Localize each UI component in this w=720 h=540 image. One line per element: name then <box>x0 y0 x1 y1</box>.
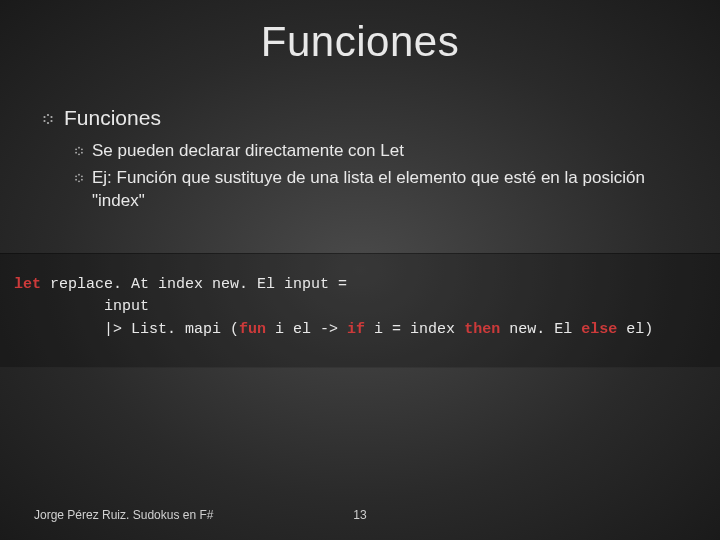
svg-point-15 <box>78 180 80 182</box>
code-text: el) <box>617 321 653 338</box>
code-keyword: fun <box>239 321 266 338</box>
content-area: Funciones Se pueden declarar directament… <box>34 106 686 213</box>
slide: Funciones Funciones Se pueden declarar d… <box>0 0 720 540</box>
svg-point-0 <box>47 114 49 116</box>
svg-point-3 <box>47 122 49 124</box>
slide-title: Funciones <box>34 18 686 66</box>
code-keyword: let <box>14 276 41 293</box>
svg-point-2 <box>50 120 52 122</box>
svg-point-17 <box>75 175 77 177</box>
bullet-level2: Se pueden declarar directamente con Let <box>74 140 686 163</box>
bullet-level2-group: Se pueden declarar directamente con Let … <box>42 140 686 213</box>
code-block: let replace. At index new. El input = in… <box>0 253 720 369</box>
svg-point-7 <box>81 148 83 150</box>
bullet-level1: Funciones <box>42 106 686 130</box>
code-text: replace. At index new. El input = <box>41 276 356 293</box>
code-keyword: then <box>464 321 500 338</box>
svg-point-14 <box>81 179 83 181</box>
svg-point-8 <box>81 152 83 154</box>
asterisk-icon <box>42 113 54 125</box>
code-text: input <box>14 298 149 315</box>
code-keyword: if <box>347 321 365 338</box>
svg-point-16 <box>75 179 77 181</box>
svg-point-10 <box>75 152 77 154</box>
page-number: 13 <box>353 508 366 522</box>
footer: Jorge Pérez Ruiz. Sudokus en F# 13 <box>34 508 686 522</box>
asterisk-icon <box>74 146 84 156</box>
footer-author: Jorge Pérez Ruiz. Sudokus en F# <box>34 508 213 522</box>
code-text: |> List. mapi ( <box>14 321 239 338</box>
svg-point-13 <box>81 175 83 177</box>
svg-point-9 <box>78 153 80 155</box>
svg-point-4 <box>43 120 45 122</box>
svg-point-1 <box>50 116 52 118</box>
code-keyword: else <box>581 321 617 338</box>
svg-point-6 <box>78 147 80 149</box>
bullet-level2-text: Ej: Función que sustituye de una lista e… <box>92 167 686 213</box>
svg-point-12 <box>78 174 80 176</box>
code-text: i el -> <box>266 321 347 338</box>
svg-point-5 <box>43 116 45 118</box>
code-text: i = index <box>365 321 464 338</box>
svg-point-11 <box>75 148 77 150</box>
bullet-level2-text: Se pueden declarar directamente con Let <box>92 140 404 163</box>
asterisk-icon <box>74 173 84 183</box>
bullet-level2: Ej: Función que sustituye de una lista e… <box>74 167 686 213</box>
bullet-level1-text: Funciones <box>64 106 161 130</box>
code-text: new. El <box>500 321 581 338</box>
